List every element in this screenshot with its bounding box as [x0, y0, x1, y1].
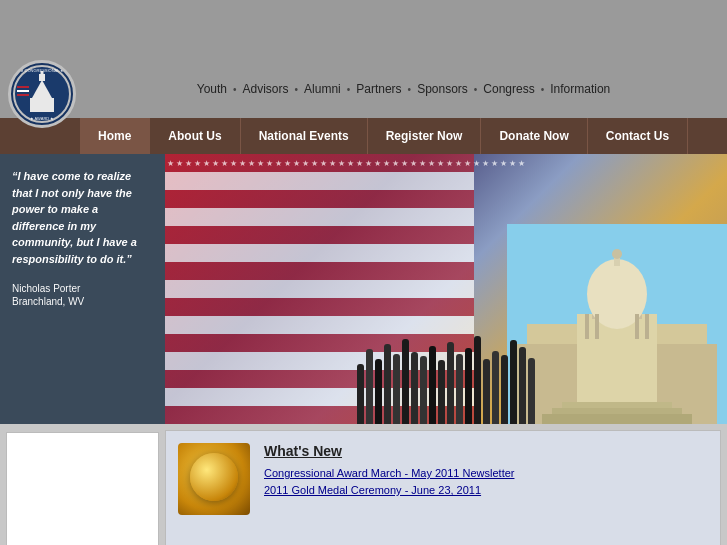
main-nav: Home About Us National Events Register N… [0, 118, 727, 154]
nav-donate-now[interactable]: Donate Now [481, 118, 587, 154]
news-link-2[interactable]: 2011 Gold Medal Ceremony - June 23, 2011 [264, 484, 708, 496]
content-area: OUR SPONSORS What's New Congressional Aw… [0, 424, 727, 545]
svg-text:★ CONGRESSIONAL ★: ★ CONGRESSIONAL ★ [20, 68, 65, 73]
nav-alumni[interactable]: Alumni [304, 82, 341, 96]
nav-national-events[interactable]: National Events [241, 118, 368, 154]
dot-3: • [347, 84, 351, 95]
svg-rect-25 [542, 414, 692, 424]
svg-text:★ AWARD ★: ★ AWARD ★ [30, 116, 55, 121]
nav-advisors[interactable]: Advisors [243, 82, 289, 96]
svg-rect-23 [562, 402, 672, 408]
logo[interactable]: ★ CONGRESSIONAL ★ ★ AWARD ★ [8, 60, 76, 128]
hero-quote: “I have come to realize that I not only … [12, 168, 153, 267]
nav-register-now[interactable]: Register Now [368, 118, 482, 154]
hero-section: “I have come to realize that I not only … [0, 154, 727, 424]
news-link-1[interactable]: Congressional Award March - May 2011 New… [264, 467, 708, 479]
dot-1: • [233, 84, 237, 95]
sidebar-sponsors-box: OUR SPONSORS [6, 432, 159, 545]
news-title: What's New [264, 443, 708, 459]
nav-partners[interactable]: Partners [356, 82, 401, 96]
svg-rect-9 [17, 94, 29, 96]
dot-4: • [408, 84, 412, 95]
svg-rect-24 [552, 408, 682, 414]
nav-home[interactable]: Home [80, 118, 150, 154]
nav-sponsors[interactable]: Sponsors [417, 82, 468, 96]
svg-rect-21 [635, 314, 639, 339]
nav-information[interactable]: Information [550, 82, 610, 96]
dot-6: • [541, 84, 545, 95]
svg-rect-1 [30, 98, 54, 112]
medal-image [178, 443, 250, 515]
news-section: What's New Congressional Award March - M… [264, 443, 708, 545]
svg-rect-7 [17, 86, 29, 88]
svg-rect-20 [595, 314, 599, 339]
quote-panel: “I have come to realize that I not only … [0, 154, 165, 424]
nav-about-us[interactable]: About Us [150, 118, 240, 154]
svg-rect-22 [645, 314, 649, 339]
dot-2: • [295, 84, 299, 95]
top-bar [0, 0, 727, 60]
hero-image [165, 154, 727, 424]
nav-youth[interactable]: Youth [197, 82, 227, 96]
nav-contact-us[interactable]: Contact Us [588, 118, 688, 154]
main-content: What's New Congressional Award March - M… [165, 430, 721, 545]
sidebar: OUR SPONSORS [0, 424, 165, 545]
svg-rect-8 [17, 90, 29, 92]
people-group [357, 336, 535, 424]
svg-point-18 [612, 249, 622, 259]
nav-congress[interactable]: Congress [483, 82, 534, 96]
svg-rect-3 [39, 74, 45, 81]
svg-rect-19 [585, 314, 589, 339]
hero-author: Nicholas Porter [12, 283, 153, 294]
capitol-building [507, 224, 727, 424]
secondary-nav: Youth • Advisors • Alumni • Partners • S… [0, 60, 727, 118]
hero-location: Branchland, WV [12, 296, 153, 307]
dot-5: • [474, 84, 478, 95]
